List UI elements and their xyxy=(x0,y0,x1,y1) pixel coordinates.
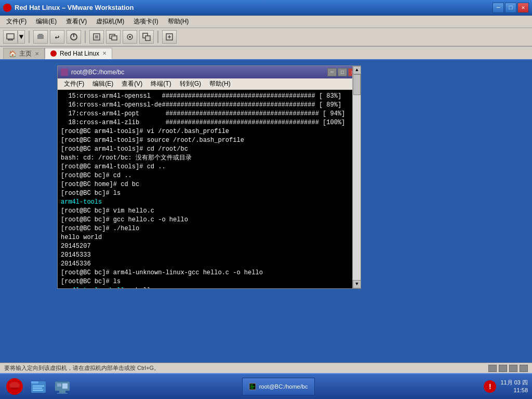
terminal-line: [root@BC bc]# arm4l-unknown-linux-gcc he… xyxy=(61,269,357,277)
svg-rect-30 xyxy=(57,383,61,387)
terminal-minimize-btn[interactable]: ─ xyxy=(327,68,337,76)
terminal-line: 18:cross-arm4l-zlib ####################… xyxy=(61,118,357,127)
desktop-icon[interactable] xyxy=(52,376,73,397)
menu-edit[interactable]: 编辑(E) xyxy=(32,17,61,27)
terminal-line: [root@BC arm4l-tools]# vi /root/.bash_pr… xyxy=(61,127,357,136)
svg-rect-24 xyxy=(33,388,42,389)
taskbar: root@BC:/home/bc ! 11月 03 四 11:58 xyxy=(0,373,532,399)
terminal-taskbar-button[interactable]: root@BC:/home/bc xyxy=(242,378,315,395)
term-menu-view[interactable]: 查看(V) xyxy=(117,78,147,89)
term-menu-file[interactable]: 文件(F) xyxy=(60,78,88,89)
redhat-logo-icon[interactable] xyxy=(4,376,25,397)
terminal-line: [root@BC bc]# ls xyxy=(61,189,357,198)
term-menu-goto[interactable]: 转到(G) xyxy=(176,78,205,89)
clock: 11月 03 四 11:58 xyxy=(500,379,528,395)
status-icon-2 xyxy=(499,365,507,372)
menu-help[interactable]: 帮助(H) xyxy=(164,17,193,27)
terminal-content[interactable]: 15:cross-arm4l-openssl #################… xyxy=(58,90,361,288)
scroll-down-arrow[interactable]: ▼ xyxy=(353,280,361,288)
terminal-line: [root@BC home]# cd bc xyxy=(61,180,357,189)
menu-file[interactable]: 文件(F) xyxy=(2,17,31,27)
vm-icon xyxy=(6,33,15,41)
svg-rect-31 xyxy=(62,383,68,389)
terminal-line: 16:cross-arm4l-openssl-de###############… xyxy=(61,101,357,110)
redhat-icon xyxy=(3,4,11,12)
tab-redhat-label: Red Hat Linux xyxy=(60,50,99,57)
tab-redhat-close[interactable]: ✕ xyxy=(102,50,107,56)
close-button[interactable]: ✕ xyxy=(517,3,529,13)
suspend-icon xyxy=(36,33,45,41)
terminal-line: [root@BC bc]# vim hello.c xyxy=(61,207,357,216)
menu-tabs[interactable]: 选项卡(I) xyxy=(129,17,162,27)
maximize-button[interactable]: □ xyxy=(505,3,516,13)
toolbar-suspend-btn[interactable] xyxy=(33,30,48,44)
window-icon xyxy=(109,33,117,41)
main-area: root@BC:/home/bc ─ □ ✕ 文件(F) 编辑(E) 查看(V)… xyxy=(0,60,532,373)
svg-rect-27 xyxy=(55,380,70,382)
tab-home[interactable]: 🏠 主页 ✕ xyxy=(3,48,45,59)
toolbar-dropdown-arrow[interactable]: ▼ xyxy=(18,30,25,44)
home-tab-icon: 🏠 xyxy=(9,50,16,58)
svg-rect-11 xyxy=(112,36,117,40)
snapshot-icon xyxy=(126,33,134,41)
terminal-taskbar-icon xyxy=(249,383,256,390)
window-title: Red Hat Linux – VMware Workstation xyxy=(15,4,134,11)
statusbar-hint: 要将输入定向到该虚拟机，请在虚拟机内部单击或按 Ctrl+G。 xyxy=(4,364,159,372)
terminal-line: [root@BC arm4l-tools]# cd /root/bc xyxy=(61,145,357,154)
menubar: 文件(F) 编辑(E) 查看(V) 虚拟机(M) 选项卡(I) 帮助(H) xyxy=(0,16,532,28)
tab-redhat[interactable]: Red Hat Linux ✕ xyxy=(45,48,112,59)
term-menu-terminal[interactable]: 终端(T) xyxy=(147,78,175,89)
term-menu-edit[interactable]: 编辑(E) xyxy=(88,78,117,89)
alert-icon[interactable]: ! xyxy=(484,380,496,393)
terminal-titlebar: root@BC:/home/bc ─ □ ✕ xyxy=(58,66,361,78)
toolbar-fit-btn[interactable] xyxy=(162,30,177,44)
file-manager-icon[interactable] xyxy=(28,376,49,397)
toolbar-clone-btn[interactable] xyxy=(139,30,154,44)
terminal-line: 20145207 xyxy=(61,242,357,251)
toolbar-fullscreen-btn[interactable] xyxy=(89,30,104,44)
svg-rect-23 xyxy=(33,385,44,387)
tab-home-close[interactable]: ✕ xyxy=(35,51,39,57)
terminal-body[interactable]: 15:cross-arm4l-openssl #################… xyxy=(58,90,361,288)
menu-vm[interactable]: 虚拟机(M) xyxy=(92,17,128,27)
redhat-tab-icon xyxy=(50,50,57,57)
terminal-line: 17:cross-arm4l-popt ####################… xyxy=(61,110,357,118)
toolbar-dropdown[interactable]: ▼ xyxy=(3,30,25,44)
minimize-button[interactable]: ─ xyxy=(493,3,504,13)
titlebar-buttons: ─ □ ✕ xyxy=(493,3,529,13)
terminal-taskbar-label: root@BC:/home/bc xyxy=(259,383,308,390)
taskbar-center: root@BC:/home/bc xyxy=(242,378,315,395)
status-icon-1 xyxy=(488,365,497,372)
terminal-line: bash: cd: /root/bc: 没有那个文件或目录 xyxy=(61,154,357,163)
tabs-bar: 🏠 主页 ✕ Red Hat Linux ✕ xyxy=(0,47,532,60)
svg-rect-25 xyxy=(33,390,43,391)
svg-point-13 xyxy=(129,36,131,38)
term-menu-help[interactable]: 帮助(H) xyxy=(205,78,235,89)
toolbar-snap-btn[interactable] xyxy=(123,30,137,44)
toolbar-reset-btn[interactable]: ↩ xyxy=(50,30,64,44)
cyan-text: arm4l-tools xyxy=(61,287,102,288)
desktop-svg xyxy=(54,378,71,395)
terminal-maximize-btn[interactable]: □ xyxy=(338,68,347,76)
menu-view[interactable]: 查看(V) xyxy=(62,17,91,27)
scrollbar-inner: ▲ ▼ xyxy=(353,90,361,288)
terminal-menu: 文件(F) 编辑(E) 查看(V) 终端(T) 转到(G) 帮助(H) xyxy=(58,78,361,90)
scroll-track[interactable] xyxy=(353,90,361,280)
toolbar-vm-btn[interactable] xyxy=(3,30,18,44)
scroll-thumb[interactable] xyxy=(353,90,361,95)
clock-date: 11月 03 四 xyxy=(500,379,528,387)
terminal-scrollbar[interactable]: ▲ ▼ xyxy=(352,90,361,288)
terminal-line: arm4l-tools hello hello.c xyxy=(61,286,357,288)
titlebar: Red Hat Linux – VMware Workstation ─ □ ✕ xyxy=(0,0,532,16)
terminal-line: [root@BC bc]# gcc hello.c -o hello xyxy=(61,216,357,224)
terminal-title-icon xyxy=(61,69,68,76)
toolbar-power-btn[interactable] xyxy=(66,30,81,44)
status-icon-4 xyxy=(520,365,528,372)
toolbar-sep2 xyxy=(85,31,86,43)
svg-rect-0 xyxy=(7,34,14,39)
terminal-line: 15:cross-arm4l-openssl #################… xyxy=(61,92,357,101)
terminal-window[interactable]: root@BC:/home/bc ─ □ ✕ 文件(F) 编辑(E) 查看(V)… xyxy=(57,65,361,289)
terminal-line: 20145336 xyxy=(61,260,357,269)
toolbar-window-btn[interactable] xyxy=(106,30,121,44)
redhat-svg xyxy=(5,377,24,396)
